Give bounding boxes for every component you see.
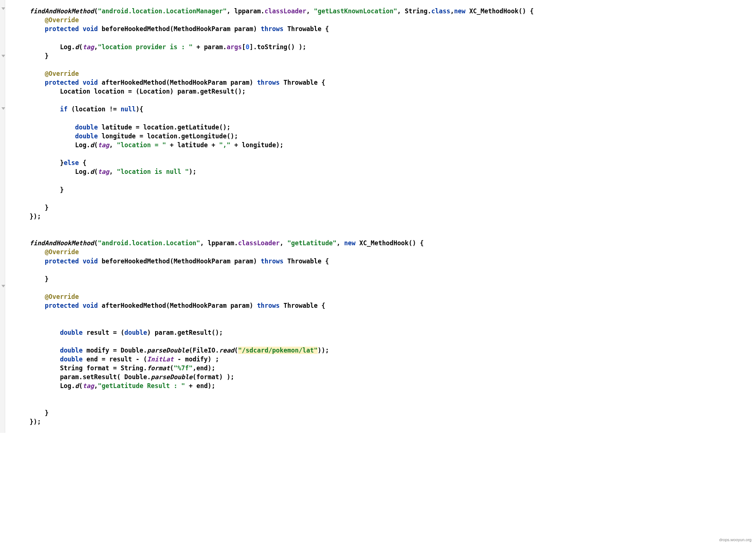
fold-marker-icon[interactable] (1, 107, 5, 110)
fold-marker-icon[interactable] (1, 7, 5, 10)
fold-marker-icon[interactable] (1, 55, 5, 57)
fold-marker-icon[interactable] (1, 285, 5, 287)
editor-gutter (0, 0, 5, 433)
code-block[interactable]: findAndHookMethod("android.location.Loca… (30, 7, 756, 426)
